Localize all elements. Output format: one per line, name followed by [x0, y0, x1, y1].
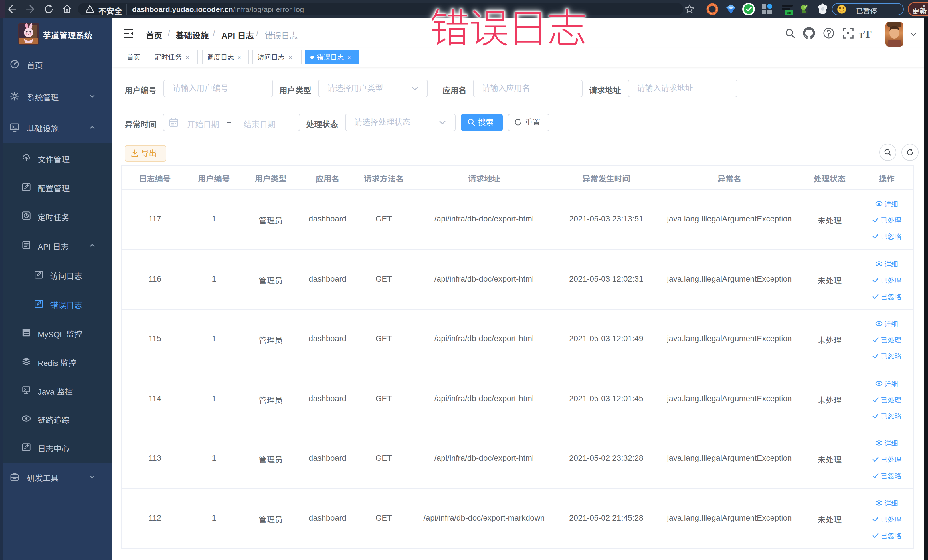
svg-text:on: on: [787, 10, 791, 15]
